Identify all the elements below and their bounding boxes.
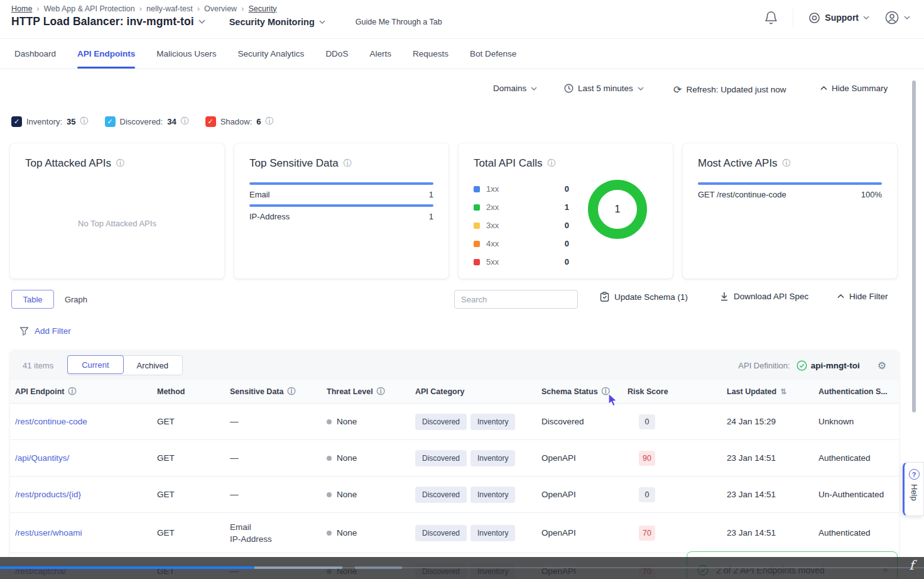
download-api-spec-button[interactable]: Download API Spec [720, 292, 808, 301]
security-monitoring-select[interactable]: Security Monitoring [229, 17, 315, 27]
breadcrumb-overview[interactable]: Overview [204, 4, 237, 13]
hide-filter-button[interactable]: Hide Filter [837, 292, 888, 301]
col-risk-score[interactable]: Risk Score [628, 387, 727, 396]
account-menu[interactable] [884, 10, 910, 25]
auth-status-cell: Unknown [818, 417, 899, 426]
hide-summary-label: Hide Summary [832, 84, 888, 93]
info-icon[interactable]: ⓘ [266, 116, 274, 127]
schema-status-cell: Discovered [541, 417, 628, 426]
current-toggle-button[interactable]: Current [67, 355, 123, 374]
endpoint-link[interactable]: /api/Quantitys/ [15, 453, 69, 463]
avatar-icon [884, 10, 900, 25]
sensitive-cell: — [230, 416, 327, 427]
inventory-count: 35 [67, 117, 75, 126]
sort-icon[interactable]: ⇅ [780, 387, 786, 396]
info-icon[interactable]: ⓘ [377, 386, 385, 397]
tab-api-endpoints[interactable]: API Endpoints [77, 39, 135, 69]
tab-malicious-users[interactable]: Malicious Users [156, 39, 216, 69]
category-cell: Discovered Inventory [415, 414, 541, 430]
current-archived-toggle: Current Archived [67, 355, 183, 375]
table-row[interactable]: /api/Quantitys/ GET — None Discovered In… [10, 440, 899, 477]
method-cell: GET [157, 453, 230, 463]
risk-score-badge: 0 [639, 487, 655, 502]
refresh-button[interactable]: ⟳ Refresh: Updated just now [673, 84, 786, 96]
inventory-filter-checkbox[interactable]: ✓ Inventory: 35 ⓘ [11, 116, 89, 127]
method-cell: GET [157, 490, 230, 499]
domains-chevron-down-icon [531, 87, 537, 91]
tab-requests[interactable]: Requests [413, 39, 448, 69]
tab-dashboard[interactable]: Dashboard [14, 39, 56, 69]
support-menu[interactable]: Support [808, 12, 869, 24]
col-sensitive-data[interactable]: Sensitive Dataⓘ [230, 386, 327, 397]
notifications-bell-icon[interactable] [764, 11, 778, 25]
endpoint-link[interactable]: /rest/continue-code [15, 417, 87, 426]
info-icon[interactable]: ⓘ [602, 386, 610, 397]
table-row[interactable]: /rest/user/whoami GET Email IP-Address N… [10, 513, 899, 553]
table-view-button[interactable]: Table [11, 290, 54, 309]
shadow-filter-checkbox[interactable]: ✓ Shadow: 6 ⓘ [205, 116, 274, 127]
tab-bot-defense[interactable]: Bot Defense [470, 39, 516, 69]
vertical-scrollbar[interactable] [912, 80, 916, 412]
api-definition-link[interactable]: api-mngt-toi [796, 360, 860, 371]
tab-security-analytics[interactable]: Security Analytics [238, 39, 305, 69]
inventory-checkbox-icon: ✓ [11, 116, 22, 127]
category-badge: Inventory [470, 414, 515, 430]
tab-ddos[interactable]: DDoS [325, 39, 348, 69]
info-icon[interactable]: ⓘ [80, 116, 89, 127]
legend-swatch [474, 204, 480, 211]
info-icon[interactable]: ⓘ [287, 386, 295, 397]
search-input[interactable] [454, 290, 578, 309]
col-threat-level[interactable]: Threat Levelⓘ [327, 386, 415, 397]
endpoint-link[interactable]: /rest/user/whoami [15, 528, 82, 538]
table-row[interactable]: /rest/continue-code GET — None Discovere… [10, 404, 899, 440]
update-schema-button[interactable]: Update Schema (1) [600, 292, 688, 302]
discovered-count: 34 [167, 117, 176, 126]
add-filter-label: Add Filter [35, 326, 71, 336]
breadcrumb-waap[interactable]: Web App & API Protection [44, 4, 135, 13]
info-icon[interactable]: ⓘ [116, 158, 124, 169]
endpoint-link[interactable]: /rest/products/{id} [15, 490, 81, 499]
col-authentication[interactable]: Authentication S... [818, 387, 899, 396]
summary-filter-row: ✓ Inventory: 35 ⓘ ✓ Discovered: 34 ⓘ ✓ S… [11, 116, 274, 127]
discovered-filter-checkbox[interactable]: ✓ Discovered: 34 ⓘ [105, 116, 189, 127]
tab-alerts[interactable]: Alerts [369, 39, 391, 69]
legend-swatch [474, 186, 480, 192]
inventory-label: Inventory: [26, 117, 62, 126]
breadcrumb-home[interactable]: Home [11, 4, 32, 13]
title-chevron-down-icon[interactable] [198, 19, 205, 24]
graph-view-button[interactable]: Graph [60, 290, 92, 309]
guide-me-link[interactable]: Guide Me Through a Tab [356, 18, 442, 26]
info-icon[interactable]: ⓘ [344, 158, 352, 169]
col-schema-status[interactable]: Schema Statusⓘ [541, 386, 628, 397]
video-progress-buffered [355, 566, 402, 569]
domains-dropdown[interactable]: Domains [493, 84, 537, 93]
col-api-category[interactable]: API Category [415, 387, 541, 396]
hide-filter-label: Hide Filter [849, 292, 888, 301]
hide-summary-button[interactable]: Hide Summary [820, 84, 888, 93]
empty-state-text: No Top Attacked APIs [10, 219, 224, 228]
info-icon[interactable]: ⓘ [181, 116, 189, 127]
help-tab[interactable]: ? Help [903, 462, 924, 516]
archived-toggle-button[interactable]: Archived [123, 356, 183, 375]
breadcrumb: Home › Web App & API Protection › nelly-… [11, 4, 277, 13]
card-title: Top Attacked APIs [25, 157, 111, 170]
col-method[interactable]: Method [157, 387, 230, 396]
threat-dot-icon [327, 531, 332, 536]
info-icon[interactable]: ⓘ [548, 158, 556, 169]
col-api-endpoint[interactable]: API Endpointⓘ [15, 386, 157, 397]
card-title: Top Sensitive Data [249, 157, 339, 170]
api-definition-label: API Definition: [738, 361, 790, 370]
time-range-dropdown[interactable]: Last 5 minutes [564, 84, 644, 93]
breadcrumb-lb[interactable]: nelly-waf-test [146, 4, 193, 13]
monitoring-chevron-down-icon[interactable] [319, 20, 325, 24]
category-badge: Inventory [470, 487, 515, 503]
info-icon[interactable]: ⓘ [68, 386, 76, 397]
active-api-label: GET /rest/continue-code [698, 190, 786, 199]
add-filter-button[interactable]: Add Filter [19, 326, 71, 336]
active-api-item: GET /rest/continue-code 100% [698, 182, 882, 201]
table-settings-gear-icon[interactable]: ⚙ [878, 360, 886, 372]
breadcrumb-security[interactable]: Security [248, 4, 276, 13]
table-row[interactable]: /rest/products/{id} GET — None Discovere… [10, 477, 899, 513]
info-icon[interactable]: ⓘ [783, 158, 791, 169]
col-last-updated[interactable]: Last Updated⇅ [727, 387, 818, 396]
